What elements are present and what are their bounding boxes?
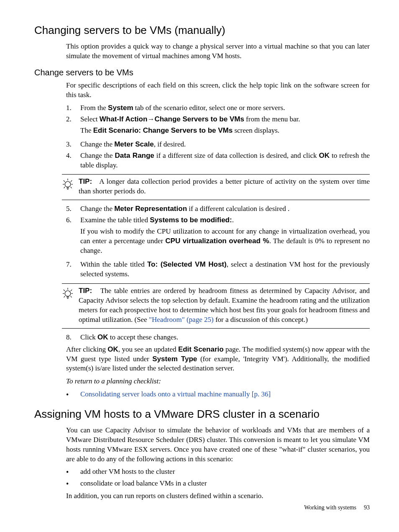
step-number: 2. [66,115,80,138]
intro-paragraph: This option provides a quick way to chan… [66,42,370,61]
return-list: Consolidating server loads onto a virtua… [66,390,370,400]
svg-line-2 [64,180,65,182]
step-text: From the System tab of the scenario edit… [80,103,370,113]
svg-point-8 [65,290,71,296]
step-text: Change the Data Range if a different siz… [80,151,370,170]
svg-line-6 [64,187,65,188]
bullet-text: consolidate or load balance VMs in a clu… [80,479,207,489]
svg-line-11 [71,290,72,291]
step-text: Select What-If Action→Change Servers to … [80,115,370,138]
svg-line-3 [71,180,72,182]
svg-line-7 [71,187,72,188]
step-number: 8. [66,333,80,342]
step-number: 6. [66,216,80,258]
headroom-link[interactable]: "Headroom" (page 25) [149,316,214,324]
svg-line-10 [64,290,65,291]
step-number: 3. [66,140,80,149]
heading-changing-servers: Changing servers to be VMs (manually) [34,23,370,38]
page-footer: Working with systems93 [304,504,370,512]
bullet-text: add other VM hosts to the cluster [80,467,175,477]
tip-label: TIP: [79,287,92,295]
step-number: 5. [66,204,80,214]
step-text: Click OK to accept these changes. [80,333,370,342]
section2-intro: You can use Capacity Advisor to simulate… [66,426,370,464]
steps-list-c: 8. Click OK to accept these changes. [66,333,370,342]
svg-line-15 [71,296,72,297]
lightbulb-icon [62,177,74,196]
tip-block: TIP: The table entries are ordered by he… [62,283,370,329]
after-paragraph: After clicking OK, you see an updated Ed… [66,345,370,374]
step-text: Change the Meter Representation if a dif… [80,204,370,214]
heading-assigning-vm-hosts: Assigning VM hosts to a VMware DRS clust… [34,407,370,421]
step-text: Within the table titled To: (Selected VM… [80,260,370,279]
return-note: To return to a planning checklist: [66,377,370,386]
steps-list-a: 1. From the System tab of the scenario e… [66,103,370,170]
steps-list-b: 5. Change the Meter Representation if a … [66,204,370,279]
tip-block: TIP: A longer data collection period pro… [62,174,370,200]
tip-label: TIP: [79,177,92,185]
consolidating-link[interactable]: Consolidating server loads onto a virtua… [80,390,271,400]
lightbulb-icon [62,286,74,325]
svg-line-14 [64,296,65,297]
step-number: 1. [66,103,80,113]
sub-intro-paragraph: For specific descriptions of each field … [66,81,370,100]
page-number: 93 [364,504,370,511]
subheading-change-servers: Change servers to be VMs [34,67,370,78]
tip-text: A longer data collection period provides… [79,177,370,195]
step-text: Examine the table titled Systems to be m… [80,216,370,258]
step-text: Change the Meter Scale, if desired. [80,140,370,149]
section2-bullets: add other VM hosts to the cluster consol… [66,467,370,489]
step-number: 4. [66,151,80,170]
footer-text: Working with systems [304,504,356,511]
step-number: 7. [66,260,80,279]
svg-point-0 [65,182,71,188]
section2-outro: In addition, you can run reports on clus… [66,491,370,501]
